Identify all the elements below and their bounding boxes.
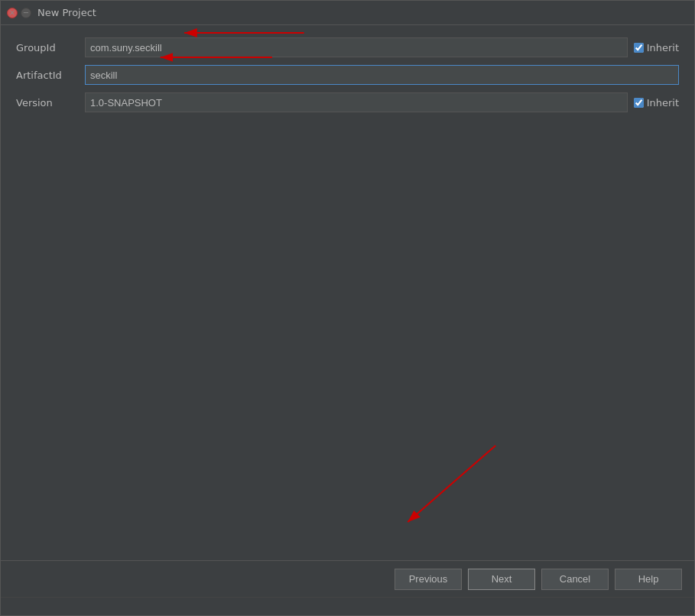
new-project-window: × − New Project GroupId Inherit Artifact…: [0, 0, 695, 616]
groupid-label: GroupId: [16, 42, 85, 53]
help-button[interactable]: Help: [615, 569, 682, 590]
window-title: New Project: [37, 7, 96, 18]
minimize-button[interactable]: −: [21, 8, 31, 18]
close-button[interactable]: ×: [7, 8, 18, 18]
form-content: GroupId Inherit ArtifactId Version Inher…: [1, 25, 694, 560]
artifactid-row: ArtifactId: [16, 65, 679, 85]
version-inherit-checkbox[interactable]: [634, 98, 644, 108]
version-row: Version Inherit: [16, 92, 679, 112]
version-inherit-label: Inherit: [647, 97, 679, 109]
window-controls: × −: [7, 8, 31, 18]
status-bar: [1, 597, 694, 615]
cancel-button[interactable]: Cancel: [541, 569, 609, 590]
groupid-input[interactable]: [85, 37, 628, 57]
groupid-inherit-label: Inherit: [647, 42, 679, 53]
version-inherit: Inherit: [634, 97, 679, 109]
version-label: Version: [16, 97, 85, 109]
main-area: [16, 120, 679, 548]
groupid-inherit-checkbox[interactable]: [634, 43, 644, 53]
previous-button[interactable]: Previous: [395, 569, 462, 590]
artifactid-label: ArtifactId: [16, 70, 85, 81]
groupid-inherit: Inherit: [634, 42, 679, 53]
next-button[interactable]: Next: [468, 569, 535, 590]
groupid-row: GroupId Inherit: [16, 37, 679, 57]
footer: Previous Next Cancel Help: [1, 560, 694, 597]
title-bar: × − New Project: [1, 1, 694, 25]
artifactid-input[interactable]: [85, 65, 679, 85]
version-input[interactable]: [85, 92, 628, 112]
